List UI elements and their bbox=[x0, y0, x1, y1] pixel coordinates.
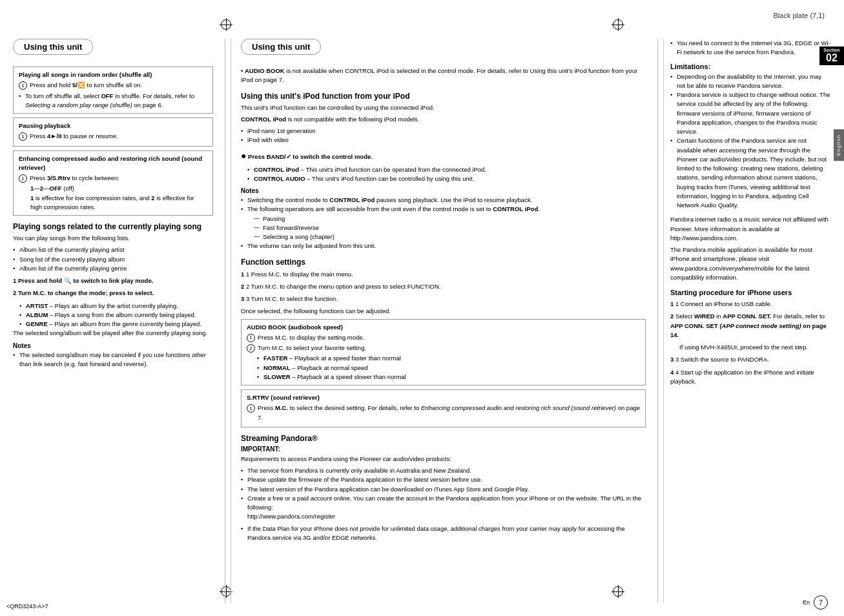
link-play-step2: 2 Turn M.C. to change the mode; press to… bbox=[13, 289, 213, 298]
pandora-bullet-4: Create a free or a paid account online. … bbox=[241, 494, 646, 513]
sp-step1-text: 1 Connect an iPhone to USB cable. bbox=[675, 300, 772, 307]
left-notes-list: The selected song/album may be canceled … bbox=[13, 351, 213, 369]
ab-step2: 2 Turn M.C. to select your favorite sett… bbox=[247, 344, 640, 353]
pandora-bullet-2: Please update the firmware of the Pandor… bbox=[241, 475, 646, 484]
ipod-intro: This unit's iPod function can be control… bbox=[241, 103, 646, 112]
main-content: Using this unit Playing all songs in ran… bbox=[6, 39, 831, 603]
sp-step3-text: 3 Switch the source to PANDORA. bbox=[675, 356, 769, 363]
left-note-1: The selected song/album may be canceled … bbox=[13, 351, 213, 369]
dash-item-1: Pausing bbox=[254, 214, 646, 223]
limitation-1: Depending on the availability to the Int… bbox=[670, 72, 831, 91]
pandora-info2: The Pandora mobile application is availa… bbox=[670, 245, 831, 282]
genre-item: GENRE – Plays an album from the genre cu… bbox=[19, 320, 213, 329]
left-title-box: Using this unit bbox=[13, 39, 213, 61]
mode-bullets: ARTIST – Plays an album by the artist cu… bbox=[19, 302, 213, 329]
related-bullet-1: Album list of the currently playing arti… bbox=[13, 245, 213, 254]
ipod-dash-list: Pausing Fast forward/reverse Selecting a… bbox=[254, 214, 646, 242]
sp-step1: 1 1 Connect an iPhone to USB cable. bbox=[670, 300, 831, 309]
fs-step3-note: Once selected, the following functions c… bbox=[241, 307, 646, 316]
fs-step2: 2 2 Turn M.C. to change the menu option … bbox=[241, 282, 646, 291]
page-number: 7 bbox=[814, 595, 828, 610]
right-col-left: Using this unit • AUDIO BOOK is not avai… bbox=[241, 39, 652, 603]
pandora-bullet-1: The service from Pandora is currently on… bbox=[241, 466, 646, 475]
retriever-step1-text: Press 3/S.Rtrv to cycle between: bbox=[30, 174, 119, 183]
ipod-note-3: The volume can only be adjusted from thi… bbox=[241, 241, 646, 251]
shuffle-info-box: Playing all songs in random order (shuff… bbox=[13, 67, 213, 114]
footer-right: En 7 bbox=[803, 595, 828, 610]
right-col-right: You need to connect to the Internet via … bbox=[663, 39, 831, 603]
shuffle-title: Playing all songs in random order (shuff… bbox=[19, 70, 207, 79]
limitations-heading: Limitations: bbox=[670, 63, 831, 70]
ipod-note3: The volume can only be adjusted from thi… bbox=[241, 241, 646, 251]
pausing-info-box: Pausing playback 1 Press 4►/II to pause … bbox=[13, 118, 213, 147]
srtrv-step1-text: Press M.C. to select the desired setting… bbox=[258, 404, 640, 422]
related-bullet-3: Album list of the currently playing genr… bbox=[13, 264, 213, 273]
ipod-section-heading: Using this unit's iPod function from you… bbox=[241, 92, 646, 101]
retriever-cycle: 1—2—OFF (off) bbox=[19, 184, 207, 193]
pausing-title: Pausing playback bbox=[19, 121, 207, 130]
artist-item: ARTIST – Plays an album by the artist cu… bbox=[19, 302, 213, 311]
pausing-circle-1: 1 bbox=[19, 132, 27, 141]
internet-bullet: You need to connect to the Internet via … bbox=[670, 39, 831, 57]
ab-circle-2: 2 bbox=[247, 344, 255, 353]
streaming-heading: Streaming Pandora® bbox=[241, 434, 646, 443]
fs-step3: 3 3 Turn M.C. to select the function. bbox=[241, 294, 646, 303]
press-band-text: ● Press BAND/✓ to switch the control mod… bbox=[241, 149, 646, 163]
function-settings-heading: Function settings bbox=[241, 258, 646, 267]
selected-note: The selected song/album will be played a… bbox=[13, 329, 213, 338]
footer-left: <QRD3243-A>7 bbox=[6, 603, 48, 610]
ab-circle-1: 1 bbox=[247, 334, 255, 342]
ipod-note-1: Switching the control mode to CONTROL iP… bbox=[241, 196, 646, 205]
ipod-notes-list: Switching the control mode to CONTROL iP… bbox=[241, 196, 646, 214]
audio-book-box: AUDIO BOOK (audiobook speed) 1 Press M.C… bbox=[241, 319, 646, 386]
pandora-info1: Pandora internet radio is a music servic… bbox=[670, 215, 831, 243]
pandora-url: http://www.pandora.com/register bbox=[241, 512, 646, 521]
limitations-list: Depending on the availability to the Int… bbox=[670, 72, 831, 210]
limitation-2: Pandora service is subject to change wit… bbox=[670, 90, 831, 136]
ipod-model-1: iPod nano 1st generation bbox=[241, 127, 646, 136]
important-label: IMPORTANT: bbox=[241, 446, 646, 453]
right-divider bbox=[657, 39, 658, 603]
control-mode-list: CONTROL iPod – This unit's iPod function… bbox=[247, 165, 646, 184]
control-ipod-note: CONTROL iPod is not compatible with the … bbox=[241, 115, 646, 124]
retriever-note: 1 is effective for low compression rates… bbox=[19, 194, 207, 212]
pandora-bullet-5-wrap: If the Data Plan for your iPhone does no… bbox=[241, 524, 646, 543]
playing-related-bullets: Album list of the currently playing arti… bbox=[13, 245, 213, 273]
left-column: Using this unit Playing all songs in ran… bbox=[6, 39, 220, 603]
left-section-title: Using this unit bbox=[13, 39, 93, 55]
playing-related-intro: You can play songs from the following li… bbox=[13, 234, 213, 243]
ipod-model-2: iPod with video bbox=[241, 136, 646, 145]
ab-step1: 1 Press M.C. to display the setting mode… bbox=[247, 333, 640, 342]
language-tab: English bbox=[834, 129, 844, 161]
ipod-notes-heading: Notes bbox=[241, 187, 646, 194]
ab-step2-text: Turn M.C. to select your favorite settin… bbox=[258, 344, 366, 353]
ab-speed-list: FASTER – Playback at a speed faster than… bbox=[257, 354, 640, 382]
related-bullet-2: Song list of the currently playing album bbox=[13, 255, 213, 264]
shuffle-step1-text: Press and hold 5/🔀 to turn shuffle all o… bbox=[30, 81, 142, 90]
srtrv-box: S.RTRV (sound retriever) 1 Press M.C. to… bbox=[241, 389, 646, 427]
sp-step4: 4 4 Start up the application on the iPho… bbox=[670, 368, 831, 387]
ab-slower: SLOWER – Playback at a speed slower than… bbox=[257, 373, 640, 382]
sp-step2: 2 Select WIRED in APP CONN. SET. For det… bbox=[670, 312, 831, 340]
audio-book-label: AUDIO BOOK bbox=[245, 67, 285, 74]
pandora-bullets: The service from Pandora is currently on… bbox=[241, 466, 646, 512]
pandora-bullet-5: If the Data Plan for your iPhone does no… bbox=[241, 524, 646, 543]
shuffle-step1: 1 Press and hold 5/🔀 to turn shuffle all… bbox=[19, 81, 207, 90]
pandora-bullet-3: The latest version of the Pandora applic… bbox=[241, 485, 646, 494]
pausing-step1: 1 Press 4►/II to pause or resume. bbox=[19, 132, 207, 141]
sp-step2-note: If using MVH-X465UI, proceed to the next… bbox=[670, 343, 831, 352]
retriever-title: Enhancing compressed audio and restoring… bbox=[19, 154, 207, 173]
right-section-title: Using this unit bbox=[241, 39, 321, 55]
fs-step1: 1 1 Press M.C. to display the main menu. bbox=[241, 270, 646, 279]
limitation-3: Certain functions of the Pandora service… bbox=[670, 136, 831, 210]
control-audio-item: CONTROL AUDIO – This unit's iPod functio… bbox=[247, 174, 646, 183]
en-label: En bbox=[803, 599, 810, 606]
dash-item-3: Selecting a song (chapter) bbox=[254, 232, 646, 241]
shuffle-bullets: To turn off shuffle all, select OFF in s… bbox=[19, 92, 207, 110]
control-ipod-item: CONTROL iPod – This unit's iPod function… bbox=[247, 165, 646, 174]
sp-step4-text: 4 Start up the application on the iPhone… bbox=[670, 369, 814, 385]
right-area: Using this unit • AUDIO BOOK is not avai… bbox=[231, 39, 831, 603]
srtrv-step1: 1 Press M.C. to select the desired setti… bbox=[247, 404, 640, 422]
audio-book-top-note: • AUDIO BOOK is not available when CONTR… bbox=[241, 67, 646, 85]
album-item: ALBUM – Plays a song from the album curr… bbox=[19, 311, 213, 320]
